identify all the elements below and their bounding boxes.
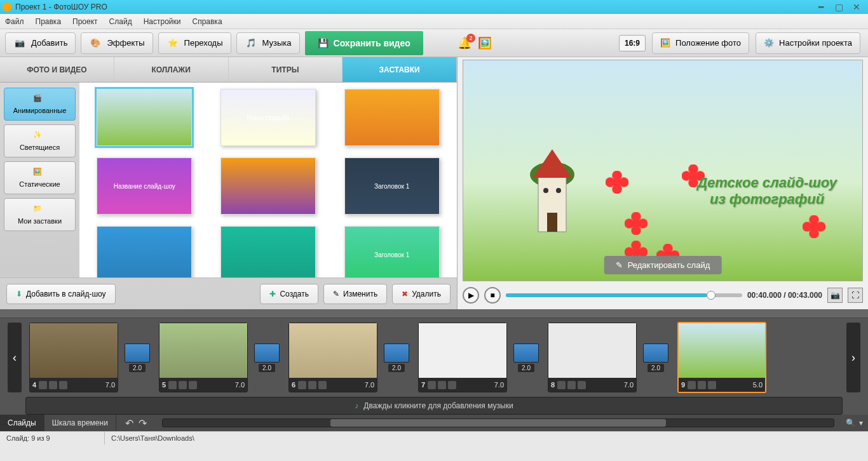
add-button[interactable]: 📷 Добавить (5, 32, 76, 54)
tab-intros[interactable]: ЗАСТАВКИ (342, 57, 457, 82)
template-5[interactable]: Заголовок 1 (344, 157, 440, 215)
sound-icon[interactable] (448, 381, 456, 389)
project-settings-label: Настройки проекта (779, 38, 852, 48)
zoom-scrollbar[interactable] (162, 418, 834, 427)
play-button[interactable]: ▶ (463, 287, 479, 304)
toolbar: 📷 Добавить 🎨 Эффекты ⭐ Переходы 🎵 Музыка… (0, 29, 868, 57)
template-7[interactable] (220, 226, 316, 277)
maximize-button[interactable]: ▢ (830, 1, 848, 13)
timeline-slide-5[interactable]: 57.0 (159, 323, 248, 392)
timeline-view-tab[interactable]: Шкала времени (44, 415, 116, 431)
zoom-icon[interactable] (308, 381, 316, 389)
category-0[interactable]: 🎬Анимированные (4, 88, 76, 121)
app-icon (3, 3, 11, 11)
tab-collages[interactable]: КОЛЛАЖИ (114, 57, 229, 82)
transition-7[interactable]: 2.0 (512, 344, 540, 372)
menu-slide[interactable]: Слайд (109, 17, 132, 26)
fullscreen-button[interactable]: ⛶ (848, 288, 863, 303)
timeline-slide-8[interactable]: 87.0 (548, 323, 637, 392)
create-button[interactable]: ✚ Создать (260, 284, 318, 304)
zoom-menu-button[interactable]: ▾ (859, 418, 863, 427)
menu-settings[interactable]: Настройки (144, 17, 181, 26)
project-settings-button[interactable]: ⚙️ Настройки проекта (756, 32, 860, 54)
left-tabs: ФОТО И ВИДЕО КОЛЛАЖИ ТИТРЫ ЗАСТАВКИ (0, 57, 457, 83)
photo-position-button[interactable]: 🖼️ Положение фото (652, 32, 749, 54)
category-icon: 🖼️ (33, 168, 47, 179)
menu-file[interactable]: Файл (5, 17, 24, 26)
delete-button[interactable]: ✖ Удалить (392, 284, 451, 304)
zoom-icon[interactable] (49, 381, 57, 389)
save-video-button[interactable]: 💾 Сохранить видео (305, 31, 423, 55)
menu-help[interactable]: Справка (192, 17, 222, 26)
edit-icon[interactable] (298, 381, 306, 389)
template-8[interactable]: Заголовок 1 (344, 226, 440, 277)
redo-button[interactable]: ↷ (139, 417, 147, 429)
notifications-button[interactable]: 🔔 2 (458, 36, 471, 50)
effects-button[interactable]: 🎨 Эффекты (81, 32, 153, 54)
undo-button[interactable]: ↶ (125, 417, 133, 429)
sound-icon[interactable] (59, 381, 67, 389)
timeline-next-button[interactable]: › (846, 323, 860, 392)
seek-thumb[interactable] (707, 291, 715, 300)
category-2[interactable]: 🖼️Статические (4, 161, 76, 194)
timeline-prev-button[interactable]: ‹ (8, 323, 22, 392)
music-button[interactable]: 🎵 Музыка (236, 32, 300, 54)
timeline-slide-4[interactable]: 47.0 (29, 323, 118, 392)
sound-icon[interactable] (578, 381, 586, 389)
transition-4[interactable]: 2.0 (123, 344, 151, 372)
menu-edit[interactable]: Правка (36, 17, 62, 26)
menu-project[interactable]: Проект (72, 17, 98, 26)
gallery-icon[interactable]: 🖼️ (478, 36, 492, 50)
sound-icon[interactable] (318, 381, 327, 389)
zoom-thumb[interactable] (330, 419, 666, 427)
template-6[interactable] (97, 226, 192, 277)
edit-icon[interactable] (39, 381, 47, 389)
edit-icon[interactable] (428, 381, 436, 389)
transition-8[interactable]: 2.0 (642, 344, 670, 372)
zoom-out-button[interactable]: 🔍 (846, 418, 855, 427)
zoom-icon[interactable] (438, 381, 446, 389)
music-note-icon: ♪ (355, 401, 358, 410)
sound-icon[interactable] (708, 381, 716, 389)
stop-button[interactable]: ■ (484, 287, 501, 304)
music-track[interactable]: ♪ Дважды кликните для добавления музыки (25, 397, 843, 415)
snapshot-button[interactable]: 📷 (827, 288, 843, 303)
close-button[interactable]: ✕ (848, 1, 865, 13)
aspect-ratio-button[interactable]: 16:9 (619, 35, 646, 51)
sound-icon[interactable] (189, 381, 197, 389)
timeline-slide-9[interactable]: 95.0 (677, 322, 766, 393)
transition-5[interactable]: 2.0 (253, 344, 281, 372)
slide-thumb (30, 323, 118, 378)
zoom-icon[interactable] (698, 381, 706, 389)
edit-icon[interactable] (557, 381, 566, 389)
add-to-slideshow-button[interactable]: ⬇ Добавить в слайд-шоу (6, 284, 116, 304)
category-3[interactable]: 📁Мои заставки (4, 198, 76, 231)
timeline-slide-6[interactable]: 67.0 (288, 323, 377, 392)
edit-icon[interactable] (688, 381, 696, 389)
template-2[interactable] (344, 89, 440, 146)
tab-titles[interactable]: ТИТРЫ (229, 57, 343, 82)
edit-slide-button[interactable]: ✎ Редактировать слайд (604, 256, 722, 274)
zoom-icon[interactable] (567, 381, 576, 389)
transitions-button[interactable]: ⭐ Переходы (158, 32, 231, 54)
category-1[interactable]: ✨Светящиеся (4, 124, 76, 157)
category-label: Анимированные (13, 107, 67, 114)
slides-view-tab[interactable]: Слайды (0, 415, 44, 431)
photo-position-label: Положение фото (675, 38, 741, 48)
template-1[interactable]: Наша свадьба (220, 89, 316, 146)
edit-icon[interactable] (168, 381, 177, 389)
timeline-slide-7[interactable]: 77.0 (418, 323, 507, 392)
tab-photo-video[interactable]: ФОТО И ВИДЕО (0, 57, 114, 82)
music-label: Музыка (262, 38, 292, 48)
plus-icon: ✚ (269, 290, 276, 298)
edit-button[interactable]: ✎ Изменить (323, 284, 387, 304)
seek-bar[interactable] (506, 293, 742, 297)
template-0[interactable] (97, 89, 192, 146)
left-panel: ФОТО И ВИДЕО КОЛЛАЖИ ТИТРЫ ЗАСТАВКИ 🎬Ани… (0, 57, 458, 309)
minimize-button[interactable]: ━ (812, 1, 830, 13)
template-4[interactable] (220, 157, 316, 215)
zoom-icon[interactable] (179, 381, 187, 389)
template-3[interactable]: Название слайд-шоу (97, 157, 192, 215)
category-icon: 📁 (33, 204, 47, 216)
transition-6[interactable]: 2.0 (383, 344, 410, 372)
